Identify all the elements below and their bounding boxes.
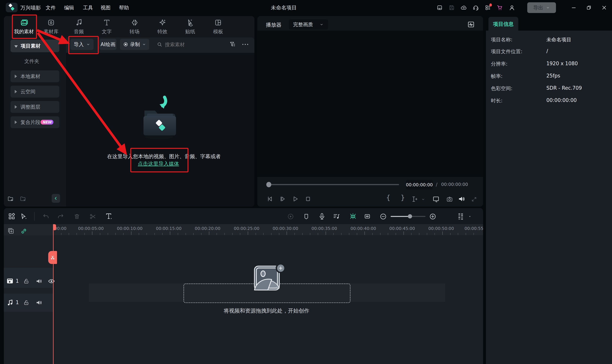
next-frame-icon[interactable]	[279, 195, 286, 203]
scope-icon[interactable]	[466, 20, 476, 29]
volume-icon[interactable]	[457, 195, 466, 203]
tab-label: 音频	[67, 28, 91, 35]
account-icon[interactable]	[508, 4, 515, 11]
audio-mixer-icon[interactable]	[332, 212, 340, 220]
info-label: 帧率:	[491, 73, 503, 79]
layout-icon[interactable]	[436, 4, 443, 11]
video-visibility-icon[interactable]	[47, 277, 55, 285]
stop-icon[interactable]	[304, 195, 312, 203]
tab-text[interactable]: 文字	[95, 18, 119, 36]
cloud-sync-icon[interactable]	[460, 4, 467, 11]
snapshot-icon[interactable]	[446, 195, 453, 203]
menu-tools[interactable]: 工具	[83, 4, 93, 11]
secondary-display-icon[interactable]	[432, 195, 440, 203]
annotation-box-import-link	[130, 148, 188, 172]
video-mute-icon[interactable]	[35, 277, 43, 285]
menu-help[interactable]: 帮助	[119, 4, 129, 11]
ruler-label: 00:00:10:00	[117, 226, 143, 231]
player-scrubber-handle[interactable]	[266, 182, 271, 187]
filter-icon[interactable]	[229, 40, 236, 48]
tab-sticker[interactable]: 贴纸	[178, 18, 202, 36]
voiceover-mic-icon[interactable]	[318, 212, 326, 220]
quality-value: 完整画质	[293, 21, 313, 28]
ai-paint-button[interactable]: AI绘画	[100, 39, 117, 50]
sidebar-item-cloud-space[interactable]: 云空间	[11, 86, 59, 98]
info-label: 时长:	[491, 97, 503, 104]
search-input[interactable]	[165, 39, 221, 50]
text-icon	[102, 18, 111, 27]
playhead-line[interactable]	[53, 224, 53, 364]
split-playhead-icon[interactable]	[411, 195, 418, 203]
blocks-icon[interactable]	[8, 212, 16, 220]
tab-label: 转场	[123, 28, 146, 35]
sidebar-item-folder[interactable]: 文件夹	[24, 58, 39, 65]
menu-view[interactable]: 视图	[101, 4, 111, 11]
redo-icon[interactable]	[57, 213, 65, 220]
tab-label: 文字	[95, 28, 119, 35]
quality-dropdown[interactable]: 完整画质	[289, 19, 328, 30]
delete-folder-icon[interactable]	[19, 195, 26, 202]
minimize-button[interactable]	[570, 4, 577, 11]
marker-icon[interactable]	[303, 213, 310, 220]
sidebar-item-project-media[interactable]: 项目素材	[11, 39, 59, 52]
record-chevron-icon	[142, 42, 146, 46]
filmora-app-window: 项目信息 万兴喵影 文件 编辑 工具 视图 帮助 未命名项目 导出	[0, 0, 612, 364]
sidebar-item-label: 复合片段	[20, 119, 40, 126]
export-button[interactable]: 导出	[527, 2, 556, 13]
notification-dot	[489, 3, 492, 7]
track-manager-caret-icon[interactable]	[468, 215, 472, 219]
tab-transition[interactable]: 转场	[123, 18, 146, 36]
track-manager-icon[interactable]	[456, 212, 465, 220]
sidebar-item-local-media[interactable]: 本地素材	[11, 70, 59, 82]
fullscreen-icon[interactable]	[471, 196, 478, 203]
mark-in-icon[interactable]: {	[386, 194, 391, 201]
tab-template[interactable]: 模板	[206, 18, 230, 36]
cursor-tool-icon[interactable]	[20, 212, 27, 220]
record-button[interactable]: 录制	[120, 39, 149, 50]
zoom-out-icon[interactable]	[379, 213, 387, 220]
menu-edit[interactable]: 编辑	[64, 4, 74, 11]
restore-button[interactable]	[586, 4, 592, 11]
add-media-badge-icon[interactable]	[276, 263, 286, 273]
import-folder-illustration	[136, 95, 184, 141]
render-preview-icon[interactable]	[287, 213, 294, 220]
search-icon	[156, 41, 163, 47]
mark-out-icon[interactable]: }	[401, 194, 405, 201]
audio-lock-icon[interactable]	[23, 299, 30, 306]
cart-icon[interactable]	[496, 4, 503, 11]
tab-label: 模板	[206, 28, 230, 35]
ruler-label: 00:00:40:00	[351, 226, 376, 231]
close-button[interactable]	[601, 4, 608, 11]
video-lock-icon[interactable]	[23, 277, 30, 285]
info-label: 项目名称:	[491, 36, 512, 43]
player-scrubber-track[interactable]	[266, 184, 399, 185]
previous-frame-icon[interactable]	[266, 195, 273, 203]
tab-audio[interactable]: 音频	[67, 18, 91, 36]
zoom-in-icon[interactable]	[429, 213, 437, 220]
playhead-scissors-handle[interactable]	[48, 251, 57, 264]
text-tool-icon[interactable]	[104, 212, 113, 220]
more-options-icon[interactable]	[241, 42, 250, 47]
tab-effects[interactable]: 特效	[151, 18, 174, 36]
playhead-top-marker[interactable]	[53, 224, 56, 230]
audio-mute-icon[interactable]	[35, 299, 43, 306]
apps-grid-icon[interactable]	[484, 4, 491, 11]
info-value: 1920 x 1080	[546, 61, 578, 66]
new-folder-icon[interactable]	[7, 195, 14, 202]
menu-file[interactable]: 文件	[46, 4, 56, 11]
snap-icon[interactable]	[349, 212, 357, 220]
tab-stock-media[interactable]: 素材库	[39, 18, 63, 36]
scissors-icon[interactable]	[89, 213, 97, 220]
trash-icon[interactable]	[73, 213, 81, 220]
timeline-zoom-handle[interactable]	[408, 214, 412, 219]
info-tab[interactable]: 项目信息	[488, 17, 518, 31]
save-icon[interactable]	[448, 4, 455, 11]
app-logo	[6, 3, 18, 12]
sidebar-item-adjustment-layer[interactable]: 调整图层	[11, 101, 59, 113]
undo-icon[interactable]	[42, 213, 50, 220]
auto-ripple-icon[interactable]	[363, 212, 371, 220]
split-chevron-icon[interactable]	[421, 197, 426, 202]
collapse-sidebar-button[interactable]	[52, 194, 60, 203]
play-icon[interactable]	[292, 195, 299, 203]
headset-support-icon[interactable]	[472, 4, 479, 11]
